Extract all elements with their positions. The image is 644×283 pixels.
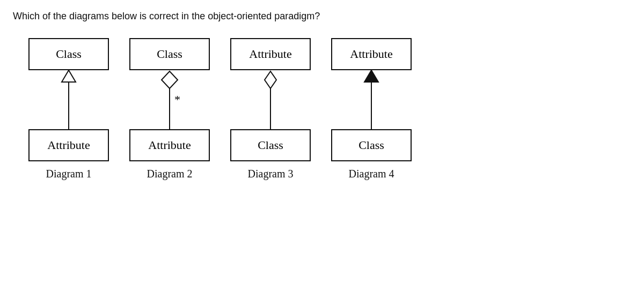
diagrams-container: Class Attribute Diagram 1 Class [18,38,631,180]
diagram1-top-label: Class [56,47,82,61]
diagram-4: Attribute Class Diagram 4 [321,38,422,180]
diagram3-top-label: Attribute [249,47,291,61]
diagram3-caption: Diagram 3 [248,168,294,180]
diagram2-caption: Diagram 2 [147,168,193,180]
svg-marker-3 [162,71,178,88]
diagram2-top-label: Class [157,47,182,61]
diagram4-arrow-svg [363,70,379,129]
diagram3-arrow-svg [262,70,279,129]
diagram3-bottom-box: Class [230,129,311,161]
diagram-3: Attribute Class Diagram 3 [220,38,321,180]
diagram2-bottom-label: Attribute [148,138,191,152]
question-text: Which of the diagrams below is correct i… [13,11,631,22]
diagram4-bottom-box: Class [331,129,412,161]
diagram-1: Class Attribute Diagram 1 [18,38,119,180]
diagram1-top-box: Class [28,38,109,70]
diagram-2: Class * Attribute Diagram 2 [119,38,220,180]
diagram1-connector [61,70,77,129]
diagram4-connector [363,70,379,129]
diagram2-bottom-box: Attribute [129,129,210,161]
diagram1-arrow-svg [61,70,77,129]
diagram2-top-box: Class [129,38,210,70]
diagram1-bottom-label: Attribute [47,138,90,152]
diagram4-top-box: Attribute [331,38,412,70]
diagram3-bottom-label: Class [258,138,283,152]
diagram2-connector: * [156,70,183,129]
diagram3-top-box: Attribute [230,38,311,70]
svg-marker-7 [364,70,378,82]
svg-marker-5 [265,71,276,88]
diagram4-top-label: Attribute [350,47,392,61]
svg-marker-1 [62,70,76,82]
diagram3-connector [262,70,279,129]
diagram4-bottom-label: Class [358,138,384,152]
diagram4-caption: Diagram 4 [349,168,394,180]
diagram1-caption: Diagram 1 [46,168,92,180]
diagram1-bottom-box: Attribute [28,129,109,161]
diagram2-star-label: * [174,93,180,107]
